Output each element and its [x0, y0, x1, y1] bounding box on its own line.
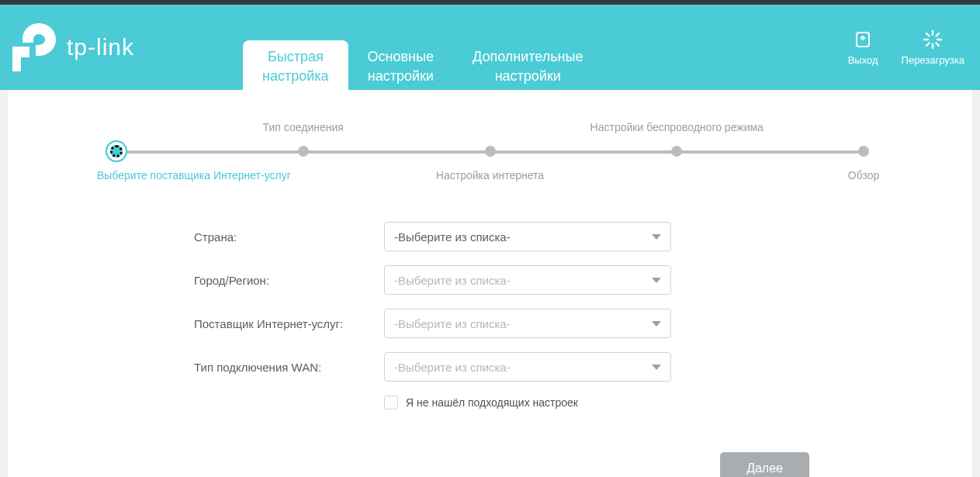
tab-label-line2: настройки	[368, 67, 434, 85]
label-city: Город/Регион:	[194, 274, 384, 287]
step-label-connection-type: Тип соединения	[263, 121, 344, 133]
svg-line-10	[937, 33, 940, 36]
label-isp: Поставщик Интернет-услуг:	[194, 317, 384, 330]
select-city-value: -Выберите из списка-	[394, 274, 511, 287]
select-city[interactable]: -Выберите из списка-	[384, 265, 671, 295]
svg-line-9	[926, 43, 930, 46]
tab-label-line1: Дополнительные	[473, 47, 583, 66]
select-wan[interactable]: -Выберите из списка-	[384, 352, 671, 382]
wizard-stepper: Тип соединения Настройки беспроводного р…	[116, 121, 864, 183]
label-wan: Тип подключения WAN:	[194, 361, 384, 374]
row-not-found: Я не нашёл подходящих настроек	[384, 396, 753, 410]
step-dot-4[interactable]	[671, 146, 682, 157]
tab-label-line1: Быстрая	[262, 47, 329, 66]
step-label-overview: Обзор	[848, 169, 879, 181]
svg-line-7	[926, 33, 930, 36]
tab-label-line2: настройки	[473, 67, 583, 85]
step-dot-3[interactable]	[485, 146, 496, 157]
logout-icon	[854, 29, 872, 50]
row-city: Город/Регион: -Выберите из списка-	[194, 265, 753, 295]
logout-label: Выход	[848, 54, 878, 66]
header-actions: Выход Перезагрузка	[848, 29, 964, 66]
step-dot-2[interactable]	[298, 146, 309, 157]
label-country: Страна:	[194, 230, 384, 244]
brand-logo: tp-link	[8, 23, 134, 71]
chevron-down-icon	[652, 365, 661, 370]
brand-name: tp-link	[67, 34, 134, 60]
reboot-label: Перезагрузка	[902, 54, 964, 66]
chevron-down-icon	[652, 278, 661, 283]
row-country: Страна: -Выберите из списка-	[194, 222, 753, 251]
svg-rect-1	[12, 47, 21, 71]
step-label-wireless: Настройки беспроводного режима	[590, 121, 764, 133]
tab-label-line2: настройка	[262, 67, 329, 85]
tab-basic-settings[interactable]: Основные настройки	[348, 40, 453, 90]
checkbox-not-found[interactable]	[384, 396, 398, 410]
step-label-internet-setup: Настройка интернета	[436, 169, 544, 181]
svg-line-8	[937, 43, 940, 46]
select-country[interactable]: -Выберите из списка-	[384, 222, 671, 251]
step-dot-5[interactable]	[858, 146, 869, 157]
reboot-icon	[923, 29, 943, 50]
row-wan: Тип подключения WAN: -Выберите из списка…	[194, 352, 753, 382]
chevron-down-icon	[652, 234, 661, 240]
header: tp-link Быстрая настройка Основные настр…	[0, 5, 980, 90]
main-tabs: Быстрая настройка Основные настройки Доп…	[243, 5, 602, 90]
tab-label-line1: Основные	[368, 47, 434, 66]
tab-quick-setup[interactable]: Быстрая настройка	[243, 40, 348, 90]
content-panel: Тип соединения Настройки беспроводного р…	[8, 90, 972, 477]
select-isp[interactable]: -Выберите из списка-	[384, 309, 671, 338]
reboot-button[interactable]: Перезагрузка	[902, 29, 964, 66]
footer-buttons: Далее	[54, 452, 926, 477]
chevron-down-icon	[652, 321, 661, 327]
tplink-logo-icon	[12, 23, 57, 71]
label-not-found: Я не нашёл подходящих настроек	[406, 396, 578, 409]
select-country-value: -Выберите из списка-	[394, 230, 511, 244]
select-wan-value: -Выберите из списка-	[394, 361, 511, 374]
logout-button[interactable]: Выход	[848, 29, 878, 66]
tab-advanced-settings[interactable]: Дополнительные настройки	[453, 40, 603, 90]
step-label-select-isp: Выберите поставщика Интернет-услуг	[97, 169, 291, 181]
isp-form: Страна: -Выберите из списка- Город/Регио…	[194, 222, 753, 410]
row-isp: Поставщик Интернет-услуг: -Выберите из с…	[194, 309, 753, 338]
step-dot-1[interactable]	[110, 145, 123, 157]
next-button[interactable]: Далее	[720, 452, 809, 477]
select-isp-value: -Выберите из списка-	[394, 317, 511, 330]
